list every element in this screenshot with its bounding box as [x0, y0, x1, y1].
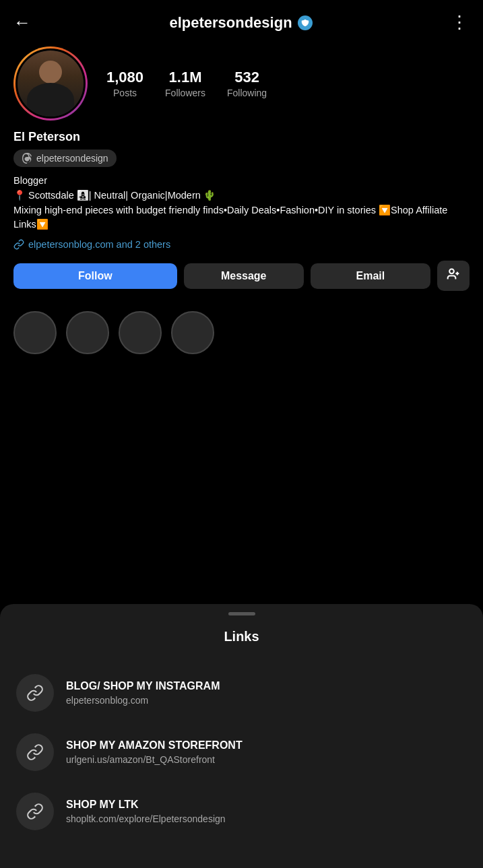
link-url-2: shopltk.com/explore/Elpetersondesign: [66, 813, 226, 824]
stat-posts[interactable]: 1,080 Posts: [106, 69, 143, 98]
link-title-1: SHOP MY AMAZON STOREFRONT: [66, 739, 243, 752]
threads-handle-text: elpetersondesign: [36, 153, 108, 164]
link-text-2: SHOP MY LTK shopltk.com/explore/Elpeters…: [66, 799, 226, 824]
drag-handle[interactable]: [228, 612, 255, 615]
bio-link-text: elpetersonblog.com and 2 others: [28, 239, 170, 250]
link-title-0: BLOG/ SHOP MY INSTAGRAM: [66, 680, 220, 692]
link-item-1[interactable]: SHOP MY AMAZON STOREFRONT urlgeni.us/ama…: [0, 723, 483, 782]
link-icon-circle-2: [16, 793, 54, 830]
following-count: 532: [234, 69, 259, 86]
add-person-button[interactable]: [437, 261, 470, 291]
checkmark-icon: [300, 18, 310, 28]
sheet-title: Links: [0, 629, 483, 644]
message-button[interactable]: Message: [184, 263, 304, 289]
followers-label: Followers: [165, 88, 205, 98]
highlight-circle-4[interactable]: [171, 311, 214, 354]
link-icon-circle-1: [16, 733, 54, 771]
avatar-image: [18, 51, 84, 116]
svg-point-0: [449, 269, 454, 274]
email-button[interactable]: Email: [311, 263, 430, 289]
link-item-0[interactable]: BLOG/ SHOP MY INSTAGRAM elpetersonblog.c…: [0, 663, 483, 723]
add-person-icon: [447, 267, 460, 281]
posts-label: Posts: [113, 88, 137, 98]
threads-icon: [22, 153, 32, 164]
followers-count: 1.1M: [169, 69, 202, 86]
profile-top-row: 1,080 Posts 1.1M Followers 532 Following: [13, 46, 470, 121]
stat-followers[interactable]: 1.1M Followers: [165, 69, 205, 98]
nav-username-area: elpetersondesign: [169, 14, 312, 32]
stat-following[interactable]: 532 Following: [227, 69, 267, 98]
more-options-button[interactable]: ⋮: [451, 12, 470, 33]
profile-name: El Peterson: [13, 130, 470, 144]
link-url-1: urlgeni.us/amazon/Bt_QAStorefront: [66, 754, 243, 765]
link-icon-circle-0: [16, 674, 54, 712]
bottom-sheet: Links BLOG/ SHOP MY INSTAGRAM elpeterson…: [0, 604, 483, 868]
top-nav: ← elpetersondesign ⋮: [0, 0, 483, 40]
highlight-circle-3[interactable]: [119, 311, 162, 354]
avatar-inner: [15, 48, 86, 119]
bio-line1: Blogger: [13, 174, 470, 189]
bio-link[interactable]: elpetersonblog.com and 2 others: [13, 239, 470, 250]
bio-line2: 📍 Scottsdale 👩‍👧‍👦| Neutral| Organic|Mod…: [13, 189, 470, 203]
follow-button[interactable]: Follow: [13, 263, 177, 289]
chain-link-icon-0: [26, 684, 44, 702]
link-url-0: elpetersonblog.com: [66, 695, 220, 706]
header-username: elpetersondesign: [169, 14, 292, 32]
profile-section: 1,080 Posts 1.1M Followers 532 Following…: [0, 40, 483, 300]
highlight-circle-2[interactable]: [66, 311, 109, 354]
highlight-circle-1[interactable]: [13, 311, 57, 354]
link-item-2[interactable]: SHOP MY LTK shopltk.com/explore/Elpeters…: [0, 782, 483, 841]
link-icon: [13, 239, 24, 250]
chain-link-icon-2: [26, 803, 44, 820]
bio-line3: Mixing high-end pieces with budget frien…: [13, 203, 470, 233]
posts-count: 1,080: [106, 69, 143, 86]
bio-text: Blogger 📍 Scottsdale 👩‍👧‍👦| Neutral| Org…: [13, 174, 470, 232]
stats-row: 1,080 Posts 1.1M Followers 532 Following: [106, 69, 267, 98]
verified-badge: [298, 15, 313, 30]
chain-link-icon-1: [26, 743, 44, 761]
threads-handle-badge[interactable]: elpetersondesign: [13, 149, 117, 167]
link-text-0: BLOG/ SHOP MY INSTAGRAM elpetersonblog.c…: [66, 680, 220, 706]
link-text-1: SHOP MY AMAZON STOREFRONT urlgeni.us/ama…: [66, 739, 243, 765]
link-title-2: SHOP MY LTK: [66, 799, 226, 811]
avatar-ring[interactable]: [13, 46, 88, 121]
back-button[interactable]: ←: [13, 12, 31, 33]
action-buttons: Follow Message Email: [13, 261, 470, 291]
highlights-row: [0, 300, 483, 354]
following-label: Following: [227, 88, 267, 98]
